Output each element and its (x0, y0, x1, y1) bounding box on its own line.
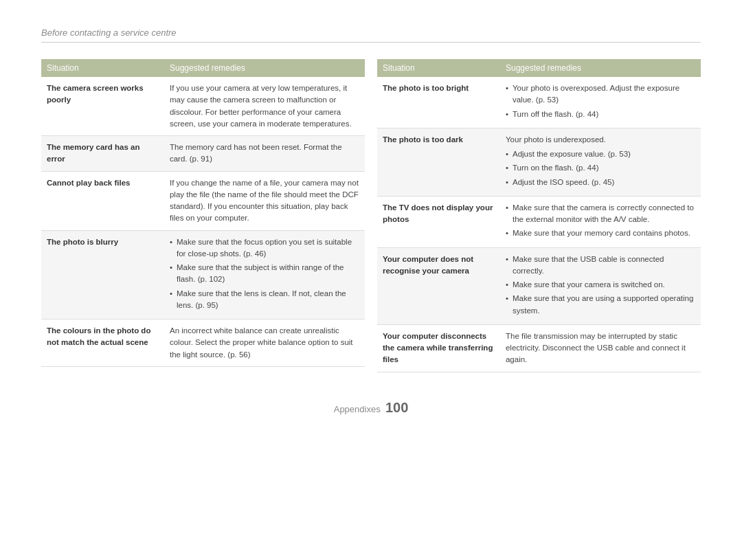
remedy-list: Make sure that the USB cable is connecte… (506, 254, 695, 317)
table-row: The photo is too brightYour photo is ove… (377, 77, 701, 128)
situation-cell: The memory card has an error (41, 136, 164, 172)
remedy-list: Adjust the exposure value. (p. 53)Turn o… (506, 148, 695, 188)
table-row: The colours in the photo do not match th… (41, 320, 365, 367)
list-item: Turn off the flash. (p. 44) (506, 109, 695, 120)
remedy-list: Make sure that the focus option you set … (170, 236, 359, 312)
remedy-cell: Make sure that the focus option you set … (164, 230, 365, 320)
list-item: Adjust the exposure value. (p. 53) (506, 148, 695, 160)
right-table-wrap: Situation Suggested remedies The photo i… (377, 59, 701, 372)
list-item: Make sure that you are using a supported… (506, 293, 695, 317)
list-item: Your photo is overexposed. Adjust the ex… (506, 82, 695, 107)
footer-label: Appendixes (334, 404, 381, 414)
left-table-wrap: Situation Suggested remedies The camera … (41, 59, 365, 372)
list-item: Make sure that your memory card contains… (506, 227, 695, 239)
list-item: Turn on the flash. (p. 44) (506, 162, 695, 174)
remedy-list: Make sure that the camera is correctly c… (506, 202, 695, 240)
situation-cell: The colours in the photo do not match th… (41, 320, 164, 367)
remedy-cell: If you change the name of a file, your c… (164, 171, 365, 230)
tables-container: Situation Suggested remedies The camera … (41, 59, 701, 372)
table-row: Your computer does not recognise your ca… (377, 247, 701, 324)
list-item: Make sure that the USB cable is connecte… (506, 254, 695, 278)
list-item: Make sure that the lens is clean. If not… (170, 288, 359, 312)
page-title: Before contacting a service centre (41, 27, 701, 43)
footer: Appendixes 100 (41, 400, 701, 416)
situation-cell: The photo is blurry (41, 230, 164, 320)
table-row: The camera screen works poorlyIf you use… (41, 77, 365, 136)
remedy-cell: Your photo is underexposed.Adjust the ex… (500, 128, 701, 196)
list-item: Make sure that your camera is switched o… (506, 279, 695, 291)
remedy-text: Your photo is underexposed. (506, 134, 695, 146)
remedy-cell: If you use your camera at very low tempe… (164, 77, 365, 136)
right-col1-header: Situation (377, 59, 500, 77)
table-row: Your computer disconnects the camera whi… (377, 324, 701, 372)
remedy-cell: Your photo is overexposed. Adjust the ex… (500, 77, 701, 128)
situation-cell: Your computer disconnects the camera whi… (377, 324, 500, 372)
remedy-cell: An incorrect white balance can create un… (164, 320, 365, 367)
page-number: 100 (385, 400, 408, 415)
table-row: The memory card has an errorThe memory c… (41, 136, 365, 172)
situation-cell: The TV does not display your photos (377, 196, 500, 247)
situation-cell: The photo is too dark (377, 128, 500, 196)
remedy-cell: The file transmission may be interrupted… (500, 324, 701, 372)
right-col2-header: Suggested remedies (500, 59, 701, 77)
list-item: Make sure that the subject is within ran… (170, 262, 359, 286)
situation-cell: The camera screen works poorly (41, 77, 164, 136)
left-col2-header: Suggested remedies (164, 59, 365, 77)
list-item: Make sure that the focus option you set … (170, 236, 359, 260)
remedy-list: Your photo is overexposed. Adjust the ex… (506, 82, 695, 120)
list-item: Make sure that the camera is correctly c… (506, 202, 695, 226)
table-row: The TV does not display your photosMake … (377, 196, 701, 247)
remedy-cell: Make sure that the USB cable is connecte… (500, 247, 701, 324)
remedy-cell: The memory card has not been reset. Form… (164, 136, 365, 172)
table-row: Cannot play back filesIf you change the … (41, 171, 365, 230)
remedy-cell: Make sure that the camera is correctly c… (500, 196, 701, 247)
situation-cell: Your computer does not recognise your ca… (377, 247, 500, 324)
list-item: Adjust the ISO speed. (p. 45) (506, 177, 695, 188)
left-table: Situation Suggested remedies The camera … (41, 59, 365, 367)
left-col1-header: Situation (41, 59, 164, 77)
situation-cell: Cannot play back files (41, 171, 164, 230)
right-table: Situation Suggested remedies The photo i… (377, 59, 701, 372)
table-row: The photo is too darkYour photo is under… (377, 128, 701, 196)
table-row: The photo is blurryMake sure that the fo… (41, 230, 365, 320)
situation-cell: The photo is too bright (377, 77, 500, 128)
